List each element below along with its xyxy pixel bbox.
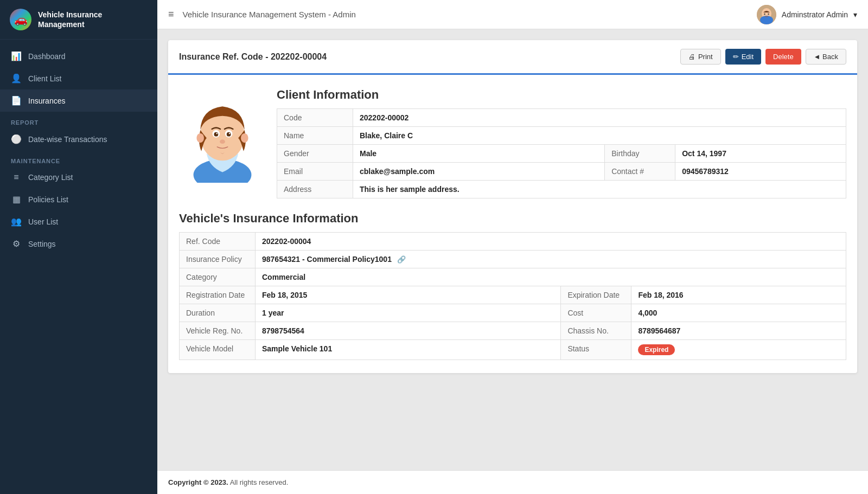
topbar-title: Vehicle Insurance Management System - Ad… [183, 10, 757, 19]
sidebar-item-label: Category List [28, 173, 73, 182]
sidebar-item-settings[interactable]: ⚙ Settings [0, 233, 157, 255]
user-name: Adminstrator Admin [782, 10, 848, 19]
delete-button[interactable]: Delete [765, 49, 801, 65]
birthday-label: Birthday [605, 145, 675, 163]
vehicle-model-label: Vehicle Model [180, 340, 256, 360]
email-label: Email [277, 163, 353, 181]
client-info: Client Information Code 202202-00002 Nam… [277, 88, 846, 198]
external-link-icon[interactable]: 🔗 [397, 255, 406, 264]
client-info-heading: Client Information [277, 88, 846, 102]
svg-point-4 [768, 13, 769, 14]
back-button[interactable]: ◄ Back [806, 49, 846, 65]
status-badge: Expired [638, 344, 675, 355]
svg-point-8 [196, 133, 204, 143]
sidebar-item-label: Settings [28, 240, 56, 248]
circle-icon: ⚪ [11, 134, 22, 144]
ref-code-label: Ref. Code [180, 233, 256, 251]
gender-value: Male [353, 145, 605, 163]
ref-code-value: 202202-00004 [256, 233, 846, 251]
client-avatar [179, 88, 266, 185]
sidebar-logo-icon: 🚗 [10, 9, 31, 30]
contact-value: 09456789312 [675, 163, 846, 181]
print-button[interactable]: 🖨 Print [680, 49, 721, 65]
sidebar-item-label: Date-wise Transactions [28, 135, 107, 144]
sidebar-item-user-list[interactable]: 👥 User List [0, 210, 157, 233]
footer-copyright: Copyright © 2023. [168, 478, 228, 486]
svg-point-9 [241, 133, 248, 143]
duration-value: 1 year [256, 304, 561, 322]
name-value: Blake, Claire C [353, 127, 846, 145]
insurance-info-table: Ref. Code 202202-00004 Insurance Policy … [179, 232, 846, 360]
contact-label: Contact # [605, 163, 675, 181]
sidebar-item-policies-list[interactable]: ▦ Policies List [0, 188, 157, 210]
vehicle-reg-value: 8798754564 [256, 322, 561, 340]
sidebar-item-label: Client List [28, 74, 61, 83]
table-row: Name Blake, Claire C [277, 127, 846, 145]
content-area: Insurance Ref. Code - 202202-00004 🖨 Pri… [157, 29, 868, 470]
svg-point-15 [229, 133, 230, 134]
sidebar-nav: 📊 Dashboard 👤 Client List 📄 Insurances R… [0, 40, 157, 494]
dashboard-icon: 📊 [11, 51, 22, 61]
address-label: Address [277, 181, 353, 198]
insurances-icon: 📄 [11, 95, 22, 106]
duration-label: Duration [180, 304, 256, 322]
card-title: Insurance Ref. Code - 202202-00004 [179, 52, 327, 62]
card-actions: 🖨 Print ✏ Edit Delete ◄ Back [680, 49, 846, 65]
sidebar-item-category-list[interactable]: ≡ Category List [0, 166, 157, 188]
footer-rights: All rights reserved. [230, 478, 289, 486]
sidebar-item-label: Insurances [28, 97, 65, 105]
code-value: 202202-00002 [353, 109, 846, 127]
table-row: Vehicle Reg. No. 8798754564 Chassis No. … [180, 322, 846, 340]
cost-label: Cost [561, 304, 631, 322]
vehicle-reg-label: Vehicle Reg. No. [180, 322, 256, 340]
svg-point-16 [220, 139, 225, 144]
client-info-table: Code 202202-00002 Name Blake, Claire C G… [277, 108, 846, 198]
edit-icon: ✏ [733, 53, 739, 61]
list-icon: ≡ [11, 172, 22, 182]
cost-value: 4,000 [631, 304, 846, 322]
client-icon: 👤 [11, 73, 22, 84]
topbar: ≡ Vehicle Insurance Management System - … [157, 0, 868, 29]
birthday-value: Oct 14, 1997 [675, 145, 846, 163]
table-row: Duration 1 year Cost 4,000 [180, 304, 846, 322]
table-row: Address This is her sample address. [277, 181, 846, 198]
email-value: cblake@sample.com [353, 163, 605, 181]
table-row: Vehicle Model Sample Vehicle 101 Status … [180, 340, 846, 360]
table-row: Ref. Code 202202-00004 [180, 233, 846, 251]
table-icon: ▦ [11, 194, 22, 204]
svg-point-13 [227, 132, 231, 137]
expiration-date-value: Feb 18, 2016 [631, 286, 846, 304]
status-value: Expired [631, 340, 846, 360]
sidebar-item-label: Dashboard [28, 52, 66, 61]
user-menu[interactable]: Adminstrator Admin ▾ [757, 5, 857, 24]
insurance-section: Vehicle's Insurance Information Ref. Cod… [179, 211, 846, 360]
users-icon: 👥 [11, 216, 22, 227]
sidebar-item-date-wise-transactions[interactable]: ⚪ Date-wise Transactions [0, 128, 157, 150]
user-avatar [757, 5, 776, 24]
sidebar-item-label: Policies List [28, 195, 68, 204]
maintenance-section-label: Maintenance [0, 150, 157, 166]
main-area: ≡ Vehicle Insurance Management System - … [157, 0, 868, 494]
client-section: Client Information Code 202202-00002 Nam… [179, 88, 846, 198]
menu-icon[interactable]: ≡ [168, 9, 174, 20]
card-header: Insurance Ref. Code - 202202-00004 🖨 Pri… [168, 40, 857, 75]
footer: Copyright © 2023. All rights reserved. [157, 470, 868, 494]
table-row: Email cblake@sample.com Contact # 094567… [277, 163, 846, 181]
insurance-policy-label: Insurance Policy [180, 251, 256, 268]
sidebar-item-client-list[interactable]: 👤 Client List [0, 67, 157, 89]
insurance-detail-card: Insurance Ref. Code - 202202-00004 🖨 Pri… [168, 40, 857, 373]
expiration-date-label: Expiration Date [561, 286, 631, 304]
sidebar: 🚗 Vehicle Insurance Management 📊 Dashboa… [0, 0, 157, 494]
name-label: Name [277, 127, 353, 145]
insurance-policy-value: 987654321 - Commercial Policy1001 🔗 [256, 251, 846, 268]
edit-button[interactable]: ✏ Edit [725, 49, 761, 65]
gender-label: Gender [277, 145, 353, 163]
chassis-label: Chassis No. [561, 322, 631, 340]
user-dropdown-icon: ▾ [853, 10, 857, 19]
category-label: Category [180, 268, 256, 286]
sidebar-item-insurances[interactable]: 📄 Insurances [0, 89, 157, 112]
svg-point-3 [764, 13, 765, 14]
chassis-value: 8789564687 [631, 322, 846, 340]
settings-icon: ⚙ [11, 239, 22, 249]
sidebar-item-dashboard[interactable]: 📊 Dashboard [0, 45, 157, 67]
